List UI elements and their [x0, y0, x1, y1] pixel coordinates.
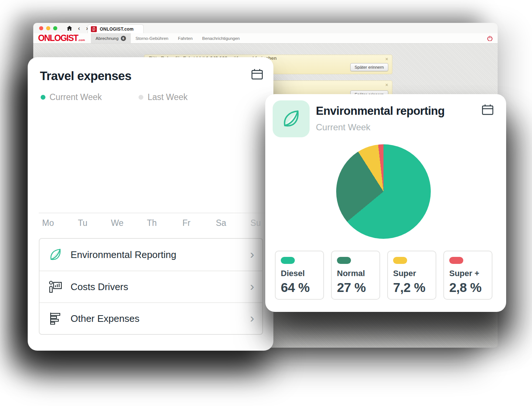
list-item-other-expenses[interactable]: Other Expenses › [40, 302, 262, 334]
legend-dot-last [139, 95, 143, 100]
leaf-badge [273, 100, 310, 137]
chevron-right-icon: › [250, 312, 254, 326]
chart-legend: Current Week Last Week [41, 92, 188, 102]
x-axis-label-we: We [110, 218, 124, 228]
calendar-icon[interactable] [481, 104, 494, 116]
nav-item-abrechnung[interactable]: Abrechnung 6 [91, 33, 131, 43]
stat-color-pill [281, 257, 295, 264]
close-icon[interactable]: × [385, 82, 388, 88]
chevron-right-icon: › [250, 280, 254, 294]
stat-color-pill [449, 257, 463, 264]
fuel-stats-row: Diesel 64 % Normal 27 % Super 7,2 % Supe… [275, 251, 492, 300]
card-subtitle: Current Week [316, 122, 371, 133]
x-axis-label-tu: Tu [76, 218, 90, 228]
travel-expenses-card: Travel expenses Current Week Last Week M… [28, 57, 273, 351]
environmental-reporting-card: Environmental reporting Current Week Die… [265, 94, 506, 312]
calendar-icon[interactable] [251, 68, 263, 80]
onlogist-logo[interactable]: ONLOGIST .com [38, 33, 85, 43]
logout-power-icon[interactable] [487, 36, 492, 41]
remind-later-button[interactable]: Später erinnern [350, 63, 388, 71]
legend-dot-current [41, 95, 45, 100]
list-item-costs-drivers[interactable]: Costs Drivers › [40, 271, 262, 302]
stat-card-normal: Normal 27 % [331, 251, 380, 300]
fuel-pie-chart [336, 144, 431, 239]
stat-card-diesel: Diesel 64 % [275, 251, 324, 300]
stat-color-pill [337, 257, 351, 264]
nav-item-benachrichtigungen[interactable]: Benachrichtigungen [197, 33, 245, 43]
browser-titlebar: ‹ › ON LOG IST. ONLOGIST.com [33, 23, 498, 33]
legend-item-current-week: Current Week [41, 92, 102, 102]
notification-count-badge: 6 [121, 36, 126, 41]
tab-title: ONLOGIST.com [100, 27, 134, 32]
close-window-button[interactable] [39, 26, 43, 30]
back-icon[interactable]: ‹ [78, 25, 80, 31]
close-icon[interactable]: × [385, 56, 388, 62]
x-axis-label-fr: Fr [180, 218, 194, 228]
stage: ‹ › ON LOG IST. ONLOGIST.com ONLOGIST .c… [0, 0, 532, 406]
nav-item-storno-gebuehren[interactable]: Storno-Gebühren [131, 33, 173, 43]
nav-item-fahrten[interactable]: Fahrten [173, 33, 198, 43]
x-axis-label-sa: Sa [214, 218, 228, 228]
card-title: Environmental reporting [316, 104, 444, 118]
horizontal-bars-icon [48, 311, 63, 326]
stat-color-pill [393, 257, 407, 264]
list-item-environmental-reporting[interactable]: Environmental Reporting › [40, 239, 262, 271]
presenter-chart-icon [48, 279, 63, 295]
x-axis-label-su: Su [249, 218, 263, 228]
days-row: MoTuWeThFrSaSu [39, 218, 265, 228]
zoom-window-button[interactable] [53, 26, 57, 30]
x-axis-label-th: Th [145, 218, 159, 228]
home-icon[interactable] [67, 26, 72, 31]
window-controls [39, 26, 57, 30]
card-title: Travel expenses [40, 69, 132, 83]
leaf-icon [280, 108, 302, 130]
stat-card-super-plus: Super + 2,8 % [443, 251, 492, 300]
browser-tab[interactable]: ON LOG IST. ONLOGIST.com [88, 24, 144, 33]
bar-chart: MoTuWeThFrSaSu [39, 106, 265, 228]
chevron-right-icon: › [250, 248, 254, 262]
leaf-icon [48, 247, 63, 262]
report-links-list: Environmental Reporting › Costs Drivers … [39, 238, 263, 335]
legend-item-last-week: Last Week [139, 92, 187, 102]
minimize-window-button[interactable] [46, 26, 50, 30]
app-navbar: ONLOGIST .com Abrechnung 6 Storno-Gebühr… [33, 33, 498, 44]
bars-row [39, 106, 265, 213]
onlogist-favicon-icon: ON LOG IST. [91, 26, 97, 32]
x-axis-label-mo: Mo [41, 218, 55, 228]
stat-card-super: Super 7,2 % [387, 251, 436, 300]
